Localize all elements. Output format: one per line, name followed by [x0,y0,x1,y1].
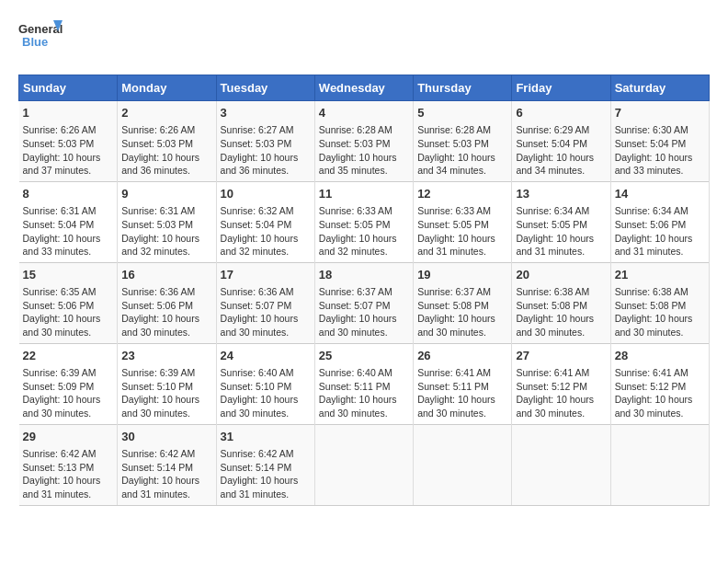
calendar-cell: 28Sunrise: 6:41 AMSunset: 5:12 PMDayligh… [610,343,709,424]
day-info: Sunrise: 6:38 AM [615,285,705,299]
day-info: Sunset: 5:08 PM [615,299,705,313]
day-info: Sunrise: 6:42 AM [221,447,311,461]
day-info: Sunset: 5:06 PM [615,218,705,232]
day-info: Sunrise: 6:41 AM [417,366,507,380]
calendar-cell: 30Sunrise: 6:42 AMSunset: 5:14 PMDayligh… [118,424,216,505]
day-info: Sunset: 5:04 PM [516,137,606,151]
day-info: Daylight: 10 hours and 30 minutes. [23,393,114,419]
page-header: General Blue [18,18,710,60]
day-info: Sunrise: 6:37 AM [319,285,409,299]
day-info: Sunrise: 6:42 AM [23,447,114,461]
svg-text:Blue: Blue [22,35,48,49]
day-number: 16 [121,267,211,283]
day-info: Sunset: 5:04 PM [23,218,114,232]
calendar-cell: 6Sunrise: 6:29 AMSunset: 5:04 PMDaylight… [512,101,610,182]
day-info: Sunrise: 6:40 AM [319,366,409,380]
day-info: Sunset: 5:10 PM [121,380,211,394]
day-info: Sunrise: 6:38 AM [516,285,606,299]
calendar-cell [610,424,709,505]
day-number: 5 [417,105,507,121]
day-number: 22 [23,348,114,364]
day-info: Daylight: 10 hours and 30 minutes. [221,312,311,339]
day-info: Sunrise: 6:35 AM [23,285,114,299]
day-number: 27 [516,348,606,364]
calendar-cell: 18Sunrise: 6:37 AMSunset: 5:07 PMDayligh… [314,262,413,343]
day-info: Sunset: 5:05 PM [417,218,507,232]
day-info: Sunrise: 6:39 AM [23,366,114,380]
day-info: Daylight: 10 hours and 31 minutes. [23,474,114,500]
day-info: Daylight: 10 hours and 31 minutes. [615,232,705,259]
day-info: Sunset: 5:08 PM [417,299,507,313]
day-info: Sunset: 5:09 PM [23,380,114,394]
day-info: Daylight: 10 hours and 32 minutes. [319,232,409,259]
calendar-cell: 17Sunrise: 6:36 AMSunset: 5:07 PMDayligh… [216,262,314,343]
day-number: 21 [615,267,705,283]
day-info: Daylight: 10 hours and 30 minutes. [417,393,507,419]
calendar-cell: 31Sunrise: 6:42 AMSunset: 5:14 PMDayligh… [216,424,314,505]
day-number: 30 [121,429,211,445]
day-info: Sunrise: 6:31 AM [23,204,114,218]
calendar-cell: 21Sunrise: 6:38 AMSunset: 5:08 PMDayligh… [610,262,709,343]
calendar-cell: 29Sunrise: 6:42 AMSunset: 5:13 PMDayligh… [19,424,118,505]
day-info: Daylight: 10 hours and 30 minutes. [23,312,114,339]
day-info: Daylight: 10 hours and 36 minutes. [121,151,211,178]
calendar-cell: 3Sunrise: 6:27 AMSunset: 5:03 PMDaylight… [216,101,314,182]
day-number: 2 [121,105,211,121]
day-info: Sunrise: 6:28 AM [417,123,507,137]
calendar-cell: 20Sunrise: 6:38 AMSunset: 5:08 PMDayligh… [512,262,610,343]
day-info: Sunrise: 6:27 AM [221,123,311,137]
day-info: Sunset: 5:07 PM [319,299,409,313]
day-number: 26 [417,348,507,364]
calendar-cell: 2Sunrise: 6:26 AMSunset: 5:03 PMDaylight… [118,101,216,182]
day-info: Sunset: 5:03 PM [121,137,211,151]
day-info: Daylight: 10 hours and 30 minutes. [221,393,311,419]
day-info: Daylight: 10 hours and 30 minutes. [615,312,705,339]
day-number: 28 [615,348,705,364]
day-info: Daylight: 10 hours and 31 minutes. [221,474,311,500]
day-info: Daylight: 10 hours and 31 minutes. [121,474,211,500]
day-info: Sunrise: 6:41 AM [615,366,705,380]
day-number: 8 [23,186,114,202]
day-number: 6 [516,105,606,121]
day-info: Sunrise: 6:28 AM [319,123,409,137]
day-info: Daylight: 10 hours and 30 minutes. [319,393,409,419]
calendar-cell: 14Sunrise: 6:34 AMSunset: 5:06 PMDayligh… [610,181,709,262]
day-info: Daylight: 10 hours and 36 minutes. [221,151,311,178]
day-info: Sunrise: 6:32 AM [221,204,311,218]
day-info: Daylight: 10 hours and 32 minutes. [121,232,211,259]
day-number: 3 [221,105,311,121]
day-number: 23 [121,348,211,364]
day-info: Daylight: 10 hours and 33 minutes. [615,151,705,178]
calendar-cell: 12Sunrise: 6:33 AMSunset: 5:05 PMDayligh… [414,181,512,262]
day-info: Daylight: 10 hours and 34 minutes. [516,151,606,178]
day-info: Sunset: 5:05 PM [516,218,606,232]
day-info: Sunset: 5:03 PM [417,137,507,151]
calendar-cell [314,424,413,505]
day-info: Sunset: 5:07 PM [221,299,311,313]
day-info: Sunrise: 6:29 AM [516,123,606,137]
day-info: Sunset: 5:13 PM [23,461,114,475]
day-info: Daylight: 10 hours and 37 minutes. [23,151,114,178]
day-info: Sunset: 5:14 PM [221,461,311,475]
calendar-week-4: 22Sunrise: 6:39 AMSunset: 5:09 PMDayligh… [19,343,710,424]
day-number: 9 [121,186,211,202]
day-info: Sunrise: 6:31 AM [121,204,211,218]
calendar-cell: 26Sunrise: 6:41 AMSunset: 5:11 PMDayligh… [414,343,512,424]
day-number: 24 [221,348,311,364]
day-info: Sunrise: 6:26 AM [121,123,211,137]
day-info: Sunset: 5:04 PM [615,137,705,151]
day-number: 25 [319,348,409,364]
day-info: Sunset: 5:06 PM [121,299,211,313]
day-info: Daylight: 10 hours and 32 minutes. [221,232,311,259]
day-number: 11 [319,186,409,202]
calendar-cell: 25Sunrise: 6:40 AMSunset: 5:11 PMDayligh… [314,343,413,424]
calendar-cell: 23Sunrise: 6:39 AMSunset: 5:10 PMDayligh… [118,343,216,424]
calendar-cell: 10Sunrise: 6:32 AMSunset: 5:04 PMDayligh… [216,181,314,262]
day-info: Sunrise: 6:34 AM [615,204,705,218]
calendar-cell: 13Sunrise: 6:34 AMSunset: 5:05 PMDayligh… [512,181,610,262]
day-number: 20 [516,267,606,283]
calendar-cell: 15Sunrise: 6:35 AMSunset: 5:06 PMDayligh… [19,262,118,343]
day-info: Sunrise: 6:33 AM [417,204,507,218]
day-info: Sunrise: 6:39 AM [121,366,211,380]
calendar-cell: 5Sunrise: 6:28 AMSunset: 5:03 PMDaylight… [414,101,512,182]
